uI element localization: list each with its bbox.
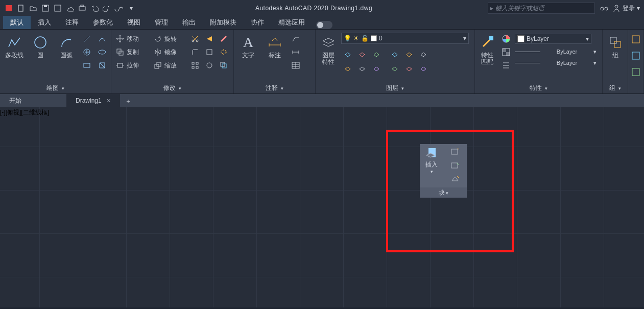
- layer-off-icon[interactable]: [341, 47, 354, 60]
- tab-manage[interactable]: 管理: [148, 16, 175, 29]
- hatch-small-icon[interactable]: [80, 46, 93, 58]
- layer-t5-icon[interactable]: [402, 61, 416, 75]
- layer-t2-icon[interactable]: [402, 47, 416, 60]
- layer-lock-icon[interactable]: [370, 47, 383, 60]
- polyline-button[interactable]: 多段线: [2, 33, 26, 60]
- arc-button[interactable]: 圆弧: [54, 33, 78, 60]
- panel-draw-dropdown-icon[interactable]: [61, 84, 64, 91]
- ribbon-toggle[interactable]: [316, 21, 332, 29]
- move-button[interactable]: 移动: [113, 33, 149, 45]
- layer-freeze-icon[interactable]: [355, 47, 369, 60]
- layer-t6-icon[interactable]: [417, 61, 430, 75]
- new-icon[interactable]: [15, 3, 27, 14]
- mod-a-icon[interactable]: [203, 33, 216, 45]
- rect-small-icon[interactable]: [80, 59, 93, 72]
- mod-b-icon[interactable]: [203, 46, 216, 58]
- extra2-icon[interactable]: [631, 51, 640, 62]
- insert-block-button[interactable]: 插入 ▾: [420, 144, 443, 187]
- scale-button[interactable]: 缩放: [151, 59, 187, 72]
- panel-group-dropdown-icon[interactable]: [617, 84, 621, 91]
- tab-view[interactable]: 视图: [120, 16, 148, 29]
- rotate-button[interactable]: 旋转: [151, 33, 187, 45]
- panel-annot-dropdown-icon[interactable]: [280, 84, 283, 91]
- qat-dropdown-icon[interactable]: ▾: [126, 3, 137, 14]
- panel-layers-dropdown-icon[interactable]: [400, 84, 404, 91]
- panel-layers-title: 图层: [386, 84, 398, 92]
- cloud-icon[interactable]: [64, 3, 76, 14]
- copy-button[interactable]: 复制: [113, 46, 149, 58]
- line-small-icon[interactable]: [80, 33, 93, 45]
- erase-icon[interactable]: [218, 33, 230, 45]
- leader-icon[interactable]: [289, 33, 302, 45]
- doc-tab-start[interactable]: 开始: [0, 94, 66, 107]
- array-icon[interactable]: [189, 59, 201, 72]
- tab-featured[interactable]: 精选应用: [271, 16, 312, 29]
- list-icon[interactable]: [499, 59, 513, 72]
- region-small-icon[interactable]: [96, 59, 109, 72]
- tab-addins[interactable]: 附加模块: [203, 16, 244, 29]
- dim-linear-icon[interactable]: [289, 46, 302, 58]
- layer-t3-icon[interactable]: [417, 47, 430, 60]
- search-input[interactable]: 键入关键字或短语: [488, 3, 595, 14]
- circle-button[interactable]: 圆: [28, 33, 52, 60]
- stretch-button[interactable]: 拉伸: [113, 59, 149, 72]
- linetype-combo[interactable]: ByLayer▾: [515, 59, 597, 66]
- transparency-icon[interactable]: [499, 46, 513, 58]
- tab-annotate[interactable]: 注释: [58, 16, 86, 29]
- redo-icon[interactable]: [101, 3, 112, 14]
- mirror-button[interactable]: 镜像: [151, 46, 187, 58]
- save-icon[interactable]: [40, 3, 51, 14]
- layer-match-icon[interactable]: [355, 61, 369, 75]
- trim-icon[interactable]: [189, 33, 201, 45]
- dimension-button[interactable]: 标注: [263, 33, 287, 60]
- extra3-icon[interactable]: [631, 67, 640, 79]
- viewport-label[interactable]: [-][俯视][二维线框]: [0, 108, 49, 117]
- sun-icon: ☀: [353, 35, 359, 42]
- close-icon[interactable]: ×: [107, 97, 111, 105]
- table-icon[interactable]: [289, 59, 302, 72]
- tab-collaborate[interactable]: 协作: [244, 16, 271, 29]
- group-button[interactable]: 组: [605, 33, 626, 60]
- explode-icon[interactable]: [218, 46, 230, 58]
- doc-tab-add[interactable]: ＋: [122, 95, 134, 107]
- layer-prev-icon[interactable]: [370, 61, 383, 75]
- extra1-icon[interactable]: [631, 35, 640, 46]
- spline-small-icon[interactable]: [96, 33, 109, 45]
- tab-parametric[interactable]: 参数化: [86, 16, 120, 29]
- drawing-canvas[interactable]: [-][俯视][二维线框] 插入 ▾ 块: [0, 107, 644, 307]
- ellipse-small-icon[interactable]: [96, 46, 109, 58]
- mod-c-icon[interactable]: [203, 59, 216, 72]
- color-wheel-icon[interactable]: [499, 33, 513, 45]
- panel-props-dropdown-icon[interactable]: [544, 84, 547, 91]
- tab-default[interactable]: 默认: [3, 16, 31, 29]
- layer-t1-icon[interactable]: [388, 47, 401, 60]
- saveas-icon[interactable]: [52, 3, 63, 14]
- binoculars-icon[interactable]: [599, 3, 609, 13]
- tab-output[interactable]: 输出: [175, 16, 203, 29]
- undo-icon[interactable]: [89, 3, 100, 14]
- edit-block-icon[interactable]: [450, 161, 460, 171]
- color-combo[interactable]: ByLayer▾: [515, 34, 591, 44]
- offset-icon[interactable]: [218, 59, 230, 72]
- tab-insert[interactable]: 插入: [31, 16, 58, 29]
- layer-iso-icon[interactable]: [341, 61, 354, 75]
- login-button[interactable]: 登录 ▾: [612, 4, 640, 13]
- block-attr-icon[interactable]: [450, 175, 460, 184]
- create-block-icon[interactable]: [450, 147, 460, 157]
- panel-modify-dropdown-icon[interactable]: [178, 84, 181, 91]
- doc-tab-drawing1[interactable]: Drawing1×: [66, 94, 120, 107]
- match-properties-button[interactable]: 特性 匹配: [477, 33, 497, 66]
- layer-t4-icon[interactable]: [388, 61, 401, 75]
- fillet-icon[interactable]: [189, 46, 201, 58]
- lineweight-combo[interactable]: ByLayer▾: [515, 48, 597, 55]
- svg-rect-2: [42, 5, 49, 11]
- open-icon[interactable]: [28, 3, 39, 14]
- text-button[interactable]: A 文字: [236, 33, 260, 60]
- layer-combo[interactable]: 💡 ☀ 🔓 0 ▾: [341, 33, 469, 44]
- floating-block-panel[interactable]: 插入 ▾ 块: [420, 144, 467, 198]
- app-menu-icon[interactable]: [3, 3, 14, 14]
- layer-properties-button[interactable]: 图层 特性: [318, 33, 339, 66]
- plot-icon[interactable]: [77, 3, 88, 14]
- share-icon[interactable]: [113, 3, 125, 14]
- float-panel-dropdown-icon[interactable]: [445, 189, 448, 196]
